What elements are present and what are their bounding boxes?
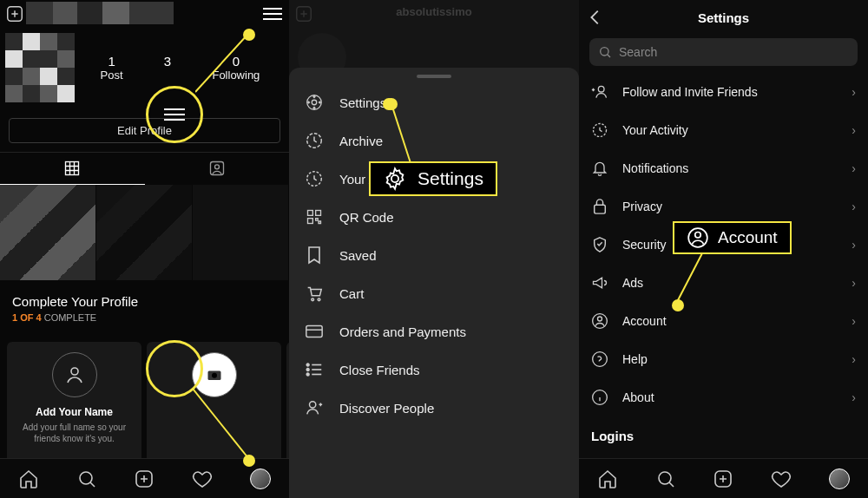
svg-point-26 — [310, 402, 316, 408]
photo-icon — [192, 352, 237, 397]
settings-security[interactable]: Security› — [579, 226, 868, 264]
logins-section: Logins — [579, 416, 868, 449]
settings-help[interactable]: Help› — [579, 340, 868, 378]
grid-tab[interactable] — [0, 153, 145, 185]
profile-stats: 1Post 3 0Following — [80, 54, 280, 82]
menu-label: Archive — [339, 134, 383, 148]
menu-label: QR Code — [339, 210, 394, 225]
svg-point-24 — [306, 369, 309, 371]
item-label: Privacy — [622, 200, 662, 213]
menu-orders[interactable]: Orders and Payments — [289, 312, 579, 351]
menu-button[interactable] — [261, 2, 286, 26]
bottom-nav — [579, 458, 868, 498]
account-icon — [591, 312, 608, 330]
search-icon[interactable] — [76, 468, 98, 490]
top-bar — [0, 0, 289, 28]
svg-point-23 — [306, 364, 309, 366]
svg-rect-1 — [66, 162, 79, 175]
item-label: Notifications — [622, 161, 688, 175]
card-add-photo[interactable] — [147, 342, 281, 472]
activity-icon — [591, 121, 608, 139]
new-post-icon[interactable] — [712, 468, 734, 490]
sheet-handle[interactable] — [417, 75, 451, 78]
profile-cards: Add Your Name Add your full name so your… — [0, 331, 289, 472]
bottom-nav — [0, 458, 289, 498]
menu-label: Cart — [339, 286, 364, 301]
menu-discover[interactable]: Discover People — [289, 389, 579, 427]
svg-point-14 — [312, 100, 317, 105]
activity-icon[interactable] — [191, 468, 214, 490]
item-label: Account — [622, 314, 667, 328]
search-input[interactable]: Search — [589, 38, 858, 66]
menu-label: Discover People — [339, 401, 434, 416]
svg-rect-22 — [306, 326, 322, 337]
menu-label: Close Friends — [339, 363, 420, 377]
settings-ads[interactable]: Ads› — [579, 264, 868, 302]
username-censored — [26, 2, 174, 24]
svg-point-25 — [306, 373, 309, 376]
menu-label: Saved — [339, 248, 377, 263]
card-add-name[interactable]: Add Your Name Add your full name so your… — [7, 342, 141, 472]
cart-icon — [305, 284, 324, 303]
new-post-button[interactable] — [3, 3, 26, 25]
back-button[interactable] — [586, 8, 605, 27]
page-title: Settings — [579, 10, 868, 25]
card-desc: Add your full name so your friends know … — [14, 422, 135, 444]
menu-cart[interactable]: Cart — [289, 274, 579, 312]
complete-profile-progress: 1 OF 4 COMPLETE — [12, 312, 277, 323]
activity-icon — [305, 169, 324, 188]
tagged-tab[interactable] — [145, 153, 290, 185]
avatar-censored — [5, 33, 75, 102]
menu-saved[interactable]: Saved — [289, 236, 579, 274]
svg-rect-19 — [308, 219, 313, 224]
menu-settings[interactable]: Settings — [289, 83, 579, 121]
stat-followers[interactable]: 3 — [164, 54, 171, 82]
svg-point-21 — [318, 298, 320, 301]
bookmark-icon — [305, 246, 324, 265]
archive-icon — [305, 131, 324, 150]
new-post-icon[interactable] — [133, 468, 155, 490]
help-icon — [591, 351, 608, 368]
profile-icon[interactable] — [249, 468, 272, 490]
settings-your-activity[interactable]: Your Activity› — [579, 111, 868, 149]
svg-point-4 — [71, 368, 78, 375]
bell-icon — [591, 160, 608, 177]
menu-activity[interactable]: Your Activity — [289, 160, 579, 198]
svg-point-6 — [212, 373, 217, 378]
lock-icon — [591, 198, 608, 215]
gear-icon — [305, 93, 324, 112]
profile-icon[interactable] — [828, 468, 851, 490]
activity-icon[interactable] — [770, 468, 792, 490]
posts-grid[interactable] — [0, 185, 289, 280]
settings-notifications[interactable]: Notifications› — [579, 149, 868, 187]
home-icon[interactable] — [17, 468, 40, 490]
edit-profile-button[interactable]: Edit Profile — [9, 118, 280, 143]
svg-point-8 — [80, 472, 92, 484]
username: absolutissimo — [289, 5, 579, 18]
menu-label: Settings — [339, 95, 386, 110]
home-icon[interactable] — [596, 468, 619, 490]
stat-following[interactable]: 0Following — [212, 54, 260, 82]
search-icon[interactable] — [654, 468, 677, 490]
svg-rect-17 — [308, 211, 313, 216]
menu-qrcode[interactable]: QR Code — [289, 198, 579, 236]
search-placeholder: Search — [619, 45, 657, 59]
menu-sheet-panel: absolutissimo Settings Archive Your Acti… — [289, 0, 579, 498]
profile-header: 1Post 3 0Following — [0, 28, 289, 102]
svg-point-29 — [601, 48, 608, 56]
item-label: Ads — [622, 276, 643, 290]
qr-icon — [305, 207, 324, 226]
stat-posts[interactable]: 1Post — [101, 54, 123, 82]
menu-close-friends[interactable]: Close Friends — [289, 351, 579, 389]
settings-about[interactable]: About› — [579, 378, 868, 416]
item-label: Your Activity — [622, 123, 688, 137]
settings-follow-invite[interactable]: Follow and Invite Friends› — [579, 73, 868, 111]
menu-sheet: Settings Archive Your Activity QR Code S… — [289, 68, 579, 498]
settings-privacy[interactable]: Privacy› — [579, 187, 868, 226]
settings-account[interactable]: Account› — [579, 302, 868, 340]
menu-label: Your Activity — [339, 172, 410, 187]
menu-archive[interactable]: Archive — [289, 121, 579, 160]
svg-rect-18 — [316, 211, 321, 216]
info-icon — [591, 389, 608, 406]
complete-profile-title: Complete Your Profile — [12, 294, 277, 309]
